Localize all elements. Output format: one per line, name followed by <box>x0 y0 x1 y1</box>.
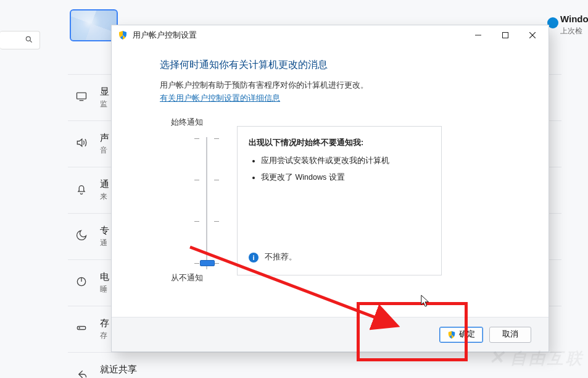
svg-point-8 <box>79 327 80 328</box>
slider-tick <box>194 180 199 180</box>
slider-tick <box>214 221 219 222</box>
slider-bottom-label: 从不通知 <box>171 273 203 284</box>
row-subtitle: 通 <box>100 238 109 248</box>
row-title: 就近共享 <box>100 364 189 376</box>
slider-tick <box>214 138 219 139</box>
ok-button-label: 确定 <box>459 329 475 340</box>
svg-point-0 <box>26 36 30 41</box>
svg-marker-4 <box>77 139 81 146</box>
update-subtitle: 上次检 <box>560 26 588 36</box>
info-icon: i <box>249 253 259 262</box>
maximize-button[interactable] <box>492 26 519 44</box>
learn-more-link[interactable]: 有关用户帐户控制设置的详细信息 <box>160 93 280 104</box>
dialog-heading: 选择何时通知你有关计算机更改的消息 <box>160 59 503 72</box>
info-list-item: 应用尝试安装软件或更改我的计算机 <box>261 156 430 166</box>
row-title: 专 <box>100 225 109 237</box>
row-subtitle: 来 <box>100 191 109 202</box>
info-footer-text: 不推荐。 <box>265 252 297 262</box>
minimize-button[interactable] <box>465 26 492 44</box>
settings-row-share[interactable]: 就近共享可发现性、接收的文件位置 <box>68 352 561 378</box>
row-subtitle: 监 <box>100 99 109 109</box>
row-subtitle: 睡 <box>100 284 109 295</box>
cancel-button[interactable]: 取消 <box>489 327 531 343</box>
moon-icon <box>74 229 89 245</box>
windows-update-panel: Windo 上次检 <box>560 14 588 38</box>
slider-track <box>206 137 207 269</box>
slider-tick <box>214 180 219 180</box>
row-title: 声 <box>100 132 109 144</box>
slider-top-label: 始终通知 <box>171 117 203 128</box>
info-title: 出现以下情况时始终不要通知我: <box>249 138 430 148</box>
notification-slider[interactable] <box>186 133 223 273</box>
storage-icon <box>74 322 89 337</box>
update-title: Windo <box>560 14 588 24</box>
slider-info-box: 出现以下情况时始终不要通知我: 应用尝试安装软件或更改我的计算机 我更改了 Wi… <box>237 126 442 275</box>
row-title: 存 <box>100 317 109 329</box>
slider-tick <box>194 138 199 139</box>
titlebar[interactable]: 用户帐户控制设置 <box>112 25 549 45</box>
dialog-footer: 确定 取消 <box>112 317 549 351</box>
svg-rect-7 <box>77 326 85 329</box>
row-subtitle: 存 <box>100 330 109 341</box>
bell-icon <box>74 183 89 198</box>
uac-shield-icon <box>447 330 456 339</box>
notification-slider-area: 始终通知 从不通知 出现以下情况时始终不要通知我: 应用尝试安装软件或更改我的计… <box>160 117 503 290</box>
dialog-description: 用户帐户控制有助于预防有害程序对你的计算机进行更改。 <box>160 80 503 91</box>
uac-settings-dialog: 用户帐户控制设置 选择何时通知你有关计算机更改的消息 用户帐户控制有助于预防有害… <box>111 25 549 352</box>
svg-rect-2 <box>77 93 86 99</box>
svg-line-1 <box>30 40 32 42</box>
ok-button[interactable]: 确定 <box>439 327 483 343</box>
row-title: 电 <box>100 271 109 283</box>
close-button[interactable] <box>519 26 546 44</box>
cancel-button-label: 取消 <box>502 329 518 340</box>
search-input[interactable] <box>0 31 40 49</box>
row-title: 通 <box>100 178 109 190</box>
monitor-icon <box>74 90 89 106</box>
slider-tick <box>214 263 219 264</box>
row-title: 显 <box>100 86 109 98</box>
slider-tick <box>194 221 199 222</box>
slider-tick <box>194 263 199 264</box>
svg-rect-10 <box>503 33 508 38</box>
dialog-title: 用户帐户控制设置 <box>133 30 197 41</box>
sound-icon <box>74 136 89 152</box>
power-icon <box>74 275 89 291</box>
search-icon <box>25 35 33 46</box>
uac-shield-icon <box>118 30 128 40</box>
slider-thumb[interactable] <box>200 260 215 266</box>
row-subtitle: 音 <box>100 145 109 156</box>
info-list-item: 我更改了 Windows 设置 <box>261 172 430 183</box>
share-icon <box>74 368 89 379</box>
